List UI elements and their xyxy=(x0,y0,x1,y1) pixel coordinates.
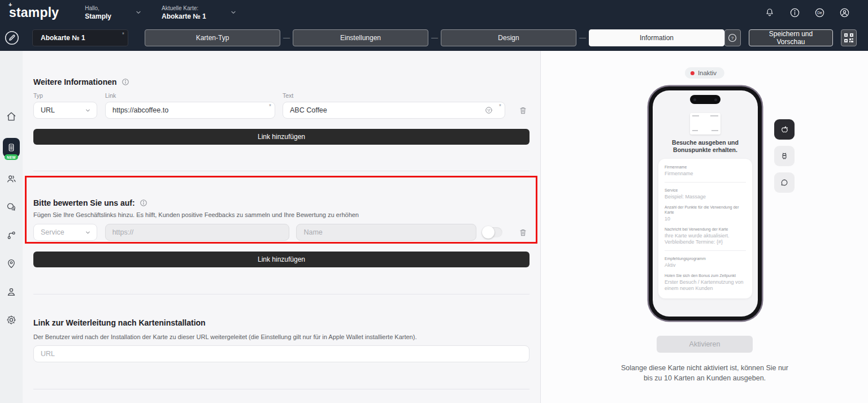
info-tooltip-icon[interactable] xyxy=(140,199,147,207)
detail-field: Holen Sie sich den Bonus zum Zeitpunkt E… xyxy=(665,273,746,292)
app-logo: +stamply xyxy=(9,5,59,20)
card-editor-toolbar: * Karten-Typ — Einstellungen — Design — … xyxy=(0,25,868,51)
step-connector: — xyxy=(280,34,293,42)
tab-design[interactable]: Design xyxy=(441,29,576,46)
home-icon xyxy=(6,111,17,122)
sidebar-item-customers[interactable] xyxy=(5,172,18,185)
chevron-down-icon xyxy=(85,229,91,236)
greeting-label: Hallo, xyxy=(85,5,111,12)
emoji-picker-icon[interactable] xyxy=(485,106,493,114)
section-description: Der Benutzer wird nach der Installation … xyxy=(33,333,530,340)
section-weitere-informationen: Weitere Informationen xyxy=(33,77,530,86)
activate-button[interactable]: Aktivieren xyxy=(657,336,753,353)
user-account-icon[interactable] xyxy=(839,7,850,18)
left-sidebar: NEW xyxy=(0,51,23,403)
chevron-down-icon xyxy=(135,9,142,16)
section-weiterleitung: Link zur Weiterleitung nach Karteninstal… xyxy=(33,318,530,327)
status-text: Inaktiv xyxy=(698,70,717,76)
current-card-name: Abokarte № 1 xyxy=(162,13,206,20)
sidebar-item-cards[interactable]: NEW xyxy=(3,138,20,157)
chat-preview-button[interactable] xyxy=(774,172,795,193)
section-title: Link zur Weiterleitung nach Karteninstal… xyxy=(33,318,206,327)
detail-field: Service Beispiel: Massage xyxy=(665,188,746,200)
section-divider xyxy=(33,389,530,389)
qr-code-button[interactable] xyxy=(841,29,857,46)
sidebar-item-settings[interactable] xyxy=(5,313,18,327)
logo-plus-mark: + xyxy=(8,1,12,8)
language-switcher[interactable]: De xyxy=(814,7,825,18)
info-tooltip-icon[interactable] xyxy=(121,78,129,86)
section-divider xyxy=(33,294,530,294)
review-name-input[interactable] xyxy=(296,224,476,241)
current-card-dropdown[interactable]: Aktuelle Karte: Abokarte № 1 xyxy=(162,5,237,20)
section-bewertung: Bitte bewerten Sie uns auf: xyxy=(33,198,530,207)
link-label: Link xyxy=(105,92,283,99)
section-divider xyxy=(33,171,530,171)
detail-field: Nachricht bei Verwendung der Karte Ihre … xyxy=(665,227,746,245)
location-pin-icon xyxy=(6,258,17,269)
sidebar-item-profile[interactable] xyxy=(5,285,18,298)
new-badge: NEW xyxy=(5,154,18,160)
link-url-input[interactable] xyxy=(105,102,275,119)
trash-icon xyxy=(518,228,528,237)
card-preview-panel: Inaktiv Besuche ausgeben und Bonuspunkte… xyxy=(540,51,868,403)
tab-einstellungen[interactable]: Einstellungen xyxy=(293,29,428,46)
redirect-url-input[interactable] xyxy=(33,345,530,362)
edit-pencil-icon[interactable] xyxy=(5,31,19,45)
add-link-button[interactable]: Link hinzufügen xyxy=(33,129,530,145)
sidebar-item-integrations[interactable] xyxy=(5,228,18,242)
sidebar-item-locations[interactable] xyxy=(5,257,18,270)
sidebar-item-messages[interactable] xyxy=(5,200,18,214)
trash-icon xyxy=(518,106,528,115)
loyalty-card-icon xyxy=(6,142,16,153)
service-select[interactable]: Service xyxy=(33,224,97,241)
tab-karten-typ[interactable]: Karten-Typ xyxy=(145,29,280,46)
detail-divider xyxy=(665,182,746,183)
main-content: Weitere Informationen Typ Link Text URL … xyxy=(23,51,540,403)
section-title: Weitere Informationen xyxy=(33,77,117,86)
info-icon[interactable] xyxy=(789,7,800,18)
qr-code-icon xyxy=(844,33,853,42)
svg-text:?: ? xyxy=(731,36,734,41)
phone-screen: Besuche ausgeben und Bonuspunkte erhalte… xyxy=(653,90,758,317)
chat-bubble-icon xyxy=(779,177,789,188)
toggle-knob xyxy=(482,226,494,239)
account-dropdown[interactable]: Hallo, Stamply xyxy=(85,5,142,20)
typ-select[interactable]: URL xyxy=(33,102,97,119)
required-asterisk: * xyxy=(499,103,501,110)
help-button[interactable]: ? xyxy=(724,29,741,46)
detail-field: Anzahl der Punkte für die Verwendung der… xyxy=(665,205,746,222)
apple-icon xyxy=(780,125,789,135)
chevron-down-icon xyxy=(230,9,237,16)
top-header: +stamply Hallo, Stamply Aktuelle Karte: … xyxy=(0,0,868,25)
detail-divider xyxy=(665,250,746,251)
android-preview-button[interactable] xyxy=(774,146,795,166)
detail-field: Firmenname Firmenname xyxy=(665,164,746,177)
card-thumbnail xyxy=(690,113,721,135)
text-label: Text xyxy=(283,92,293,99)
greeting-name: Stamply xyxy=(85,13,111,20)
typ-label: Typ xyxy=(33,92,105,99)
review-link-toggle[interactable] xyxy=(483,227,502,237)
review-url-input[interactable] xyxy=(105,224,290,241)
phone-headline: Besuche ausgeben und Bonuspunkte erhalte… xyxy=(653,139,758,154)
phone-notch xyxy=(690,95,721,104)
tab-information[interactable]: Information xyxy=(589,29,724,46)
card-name-input[interactable] xyxy=(32,29,128,46)
notifications-bell-icon[interactable] xyxy=(764,7,775,18)
preview-platform-switcher xyxy=(774,119,795,193)
chat-bubbles-icon xyxy=(6,201,17,213)
card-details: Firmenname Firmenname Service Beispiel: … xyxy=(658,159,752,298)
delete-link-button[interactable] xyxy=(516,103,530,117)
add-review-link-button[interactable]: Link hinzufügen xyxy=(33,252,530,267)
link-text-input[interactable] xyxy=(283,102,505,119)
current-card-label: Aktuelle Karte: xyxy=(162,5,206,12)
users-icon xyxy=(6,173,17,184)
section-description: Fügen Sie Ihre Geschäftslinks hinzu. Es … xyxy=(33,211,530,218)
apple-preview-button[interactable] xyxy=(774,119,795,140)
android-icon xyxy=(779,151,789,161)
save-and-preview-button[interactable]: Speichern und Vorschau xyxy=(749,29,834,46)
sidebar-item-home[interactable] xyxy=(5,110,18,123)
delete-review-link-button[interactable] xyxy=(516,226,530,239)
branch-icon xyxy=(6,229,17,241)
